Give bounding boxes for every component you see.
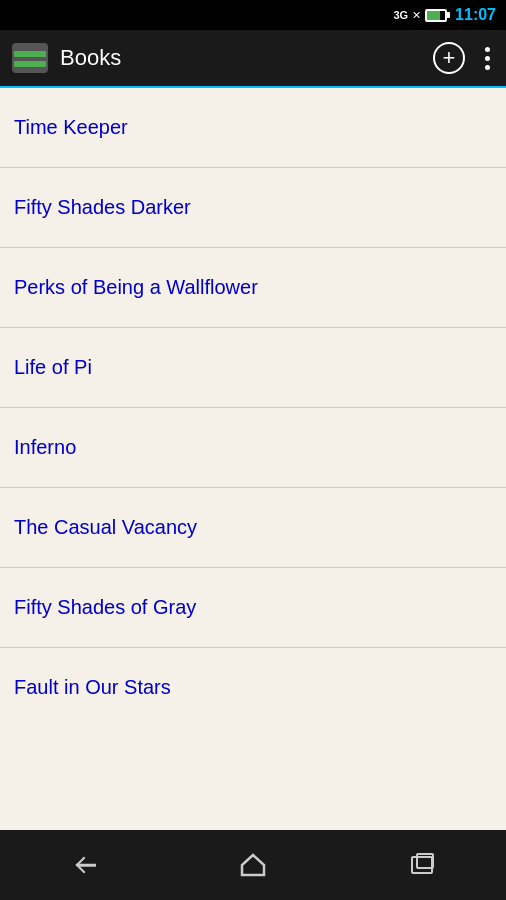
book-title: Life of Pi xyxy=(14,356,92,378)
network-indicator: 3G xyxy=(393,9,408,21)
book-list: Time KeeperFifty Shades DarkerPerks of B… xyxy=(0,88,506,830)
book-title: Time Keeper xyxy=(14,116,128,138)
battery-indicator xyxy=(425,9,447,22)
list-item[interactable]: The Casual Vacancy xyxy=(0,488,506,568)
home-button[interactable] xyxy=(223,845,283,885)
list-item[interactable]: Fifty Shades Darker xyxy=(0,168,506,248)
add-book-button[interactable]: + xyxy=(433,42,465,74)
book-title: Fifty Shades Darker xyxy=(14,196,191,218)
app-bar: Books + xyxy=(0,30,506,88)
list-item[interactable]: Fifty Shades of Gray xyxy=(0,568,506,648)
book-title: Perks of Being a Wallflower xyxy=(14,276,258,298)
back-button[interactable] xyxy=(54,845,114,885)
status-bar-right: 3G ✕ 11:07 xyxy=(393,6,496,24)
app-icon xyxy=(12,43,48,73)
dot-3 xyxy=(485,65,490,70)
book-title: Inferno xyxy=(14,436,76,458)
svg-marker-0 xyxy=(242,855,264,875)
signal-indicator: ✕ xyxy=(412,9,421,22)
list-item[interactable]: Perks of Being a Wallflower xyxy=(0,248,506,328)
recent-apps-icon xyxy=(411,856,433,874)
more-options-button[interactable] xyxy=(481,43,494,74)
book-title: The Casual Vacancy xyxy=(14,516,197,538)
list-item[interactable]: Fault in Our Stars xyxy=(0,648,506,727)
book-title: Fault in Our Stars xyxy=(14,676,171,698)
bottom-nav-bar xyxy=(0,830,506,900)
list-item[interactable]: Life of Pi xyxy=(0,328,506,408)
status-bar: 3G ✕ 11:07 xyxy=(0,0,506,30)
list-item[interactable]: Time Keeper xyxy=(0,88,506,168)
dot-2 xyxy=(485,56,490,61)
home-icon xyxy=(240,853,266,877)
battery-fill xyxy=(427,11,440,20)
back-icon xyxy=(70,855,98,875)
app-bar-actions: + xyxy=(433,42,494,74)
status-time: 11:07 xyxy=(455,6,496,24)
app-title: Books xyxy=(60,45,433,71)
dot-1 xyxy=(485,47,490,52)
list-item[interactable]: Inferno xyxy=(0,408,506,488)
book-title: Fifty Shades of Gray xyxy=(14,596,196,618)
recent-apps-button[interactable] xyxy=(392,845,452,885)
